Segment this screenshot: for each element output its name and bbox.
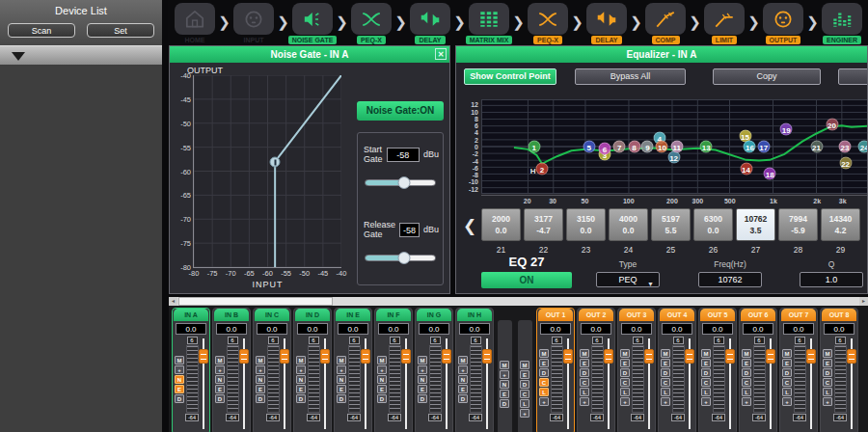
- band-on-button[interactable]: ON: [481, 272, 572, 288]
- channel-button-plus[interactable]: +: [215, 365, 225, 374]
- channel-gain-value[interactable]: 0.0: [257, 323, 287, 335]
- release-gate-value[interactable]: -58: [399, 223, 420, 237]
- channel-button-d[interactable]: D: [296, 394, 306, 403]
- show-control-point-button[interactable]: Show Control Point: [464, 68, 556, 85]
- channel-button-m[interactable]: M: [620, 349, 630, 358]
- equalizer-graph[interactable]: 12H3567894101211131514161718192120232224: [481, 99, 868, 194]
- fader-handle[interactable]: [320, 349, 330, 364]
- channel-tab-out-7[interactable]: OUT 7: [781, 309, 816, 321]
- band-cell-26[interactable]: 63000.0: [693, 208, 733, 241]
- noise-gate-power-button[interactable]: Noise Gate:ON: [357, 101, 444, 121]
- band-cell-23[interactable]: 31500.0: [566, 208, 606, 241]
- channel-tab-in-g[interactable]: IN G: [417, 309, 451, 321]
- channel-tab-in-c[interactable]: IN C: [255, 309, 289, 321]
- fader-handle[interactable]: [685, 349, 694, 364]
- band-cell-28[interactable]: 7994-5.9: [778, 208, 818, 241]
- channel-tab-in-f[interactable]: IN F: [376, 309, 411, 321]
- start-gate-value[interactable]: -58: [387, 148, 420, 162]
- freq-field[interactable]: 10762: [698, 272, 762, 287]
- eq-band-point-2[interactable]: 2H: [535, 163, 548, 176]
- set-button[interactable]: Set: [87, 23, 154, 38]
- channel-button-e[interactable]: E: [337, 385, 346, 393]
- channel-button-plus[interactable]: +: [337, 365, 346, 374]
- channel-tab-in-a[interactable]: IN A: [174, 309, 208, 321]
- channel-button-plus[interactable]: +: [296, 365, 306, 374]
- toolbar-item-output[interactable]: OUTPUT: [760, 3, 806, 44]
- channel-button-plus[interactable]: +: [458, 365, 468, 374]
- eq-band-point-18[interactable]: 18: [764, 168, 776, 180]
- channel-button-n[interactable]: N: [296, 375, 306, 384]
- close-icon[interactable]: ✕: [435, 48, 447, 60]
- channel-button-e[interactable]: E: [377, 385, 387, 393]
- channel-button-e[interactable]: E: [620, 359, 630, 367]
- channel-button-plus[interactable]: +: [377, 365, 387, 374]
- channel-button-m[interactable]: M: [500, 361, 509, 369]
- channel-button-n[interactable]: N: [256, 375, 265, 384]
- channel-button-d[interactable]: D: [175, 394, 184, 403]
- channel-gain-value[interactable]: 0.0: [540, 323, 571, 335]
- channel-button-d[interactable]: D: [661, 368, 670, 377]
- channel-gain-value[interactable]: 0.0: [297, 323, 328, 335]
- channel-button-e[interactable]: E: [661, 359, 670, 367]
- eq-band-point-8[interactable]: 8: [628, 141, 640, 153]
- eq-band-point-13[interactable]: 13: [700, 141, 713, 153]
- toolbar-item-limit[interactable]: LIMIT: [701, 3, 747, 44]
- fader-handle[interactable]: [442, 349, 451, 364]
- channel-button-m[interactable]: M: [418, 356, 427, 364]
- channel-button-e[interactable]: E: [742, 359, 751, 367]
- channel-button-n[interactable]: N: [500, 380, 509, 389]
- channel-button-d[interactable]: D: [539, 368, 549, 377]
- channel-tab-out-8[interactable]: OUT 8: [822, 309, 856, 321]
- channel-button-c[interactable]: C: [823, 378, 832, 387]
- q-field[interactable]: 1.0: [800, 272, 863, 287]
- band-scroll-left-icon[interactable]: ❮: [463, 216, 476, 236]
- fader-handle[interactable]: [725, 349, 735, 364]
- channel-button-plus[interactable]: +: [823, 397, 832, 406]
- channel-button-plus[interactable]: +: [520, 409, 529, 418]
- eq-band-point-24[interactable]: 24: [858, 141, 868, 153]
- fader-handle[interactable]: [847, 349, 856, 364]
- fader-handle[interactable]: [239, 349, 249, 364]
- channel-button-l[interactable]: L: [742, 388, 751, 396]
- channel-button-d[interactable]: D: [742, 368, 751, 377]
- eq-band-point-16[interactable]: 16: [744, 141, 756, 153]
- band-cell-25[interactable]: 51975.5: [651, 208, 691, 241]
- channel-gain-value[interactable]: 0.0: [743, 323, 773, 335]
- eq-band-point-20[interactable]: 20: [826, 118, 838, 130]
- channel-button-n[interactable]: N: [175, 375, 184, 384]
- eq-band-point-5[interactable]: 5: [583, 141, 595, 153]
- channel-button-d[interactable]: D: [418, 394, 427, 403]
- channel-button-e[interactable]: E: [701, 359, 711, 367]
- channel-button-l[interactable]: L: [661, 388, 670, 396]
- channel-button-n[interactable]: N: [458, 375, 468, 384]
- eq-band-point-9[interactable]: 9: [641, 141, 654, 153]
- release-gate-slider-handle[interactable]: [397, 252, 410, 264]
- channel-button-d[interactable]: D: [520, 380, 529, 389]
- channel-button-e[interactable]: E: [580, 359, 589, 367]
- channel-button-e[interactable]: E: [296, 385, 306, 393]
- channel-button-c[interactable]: C: [661, 378, 670, 387]
- channel-button-e[interactable]: E: [175, 385, 184, 393]
- fader-handle[interactable]: [563, 349, 573, 364]
- eq-band-point-11[interactable]: 11: [670, 141, 683, 153]
- channel-tab-out-2[interactable]: OUT 2: [579, 309, 613, 321]
- channel-tab-out-1[interactable]: OUT 1: [538, 309, 573, 321]
- eq-band-point-23[interactable]: 23: [839, 141, 852, 153]
- channel-button-c[interactable]: C: [782, 378, 792, 387]
- mixer-scrollbar-thumb[interactable]: [178, 297, 333, 306]
- channel-gain-value[interactable]: 0.0: [824, 323, 854, 335]
- toolbar-item-enginer[interactable]: ENGINER: [819, 3, 865, 44]
- channel-button-l[interactable]: L: [782, 388, 792, 396]
- channel-gain-value[interactable]: 0.0: [338, 323, 368, 335]
- channel-button-c[interactable]: C: [742, 378, 751, 387]
- channel-tab-out-4[interactable]: OUT 4: [660, 309, 694, 321]
- channel-gain-value[interactable]: 0.0: [662, 323, 692, 335]
- channel-button-d[interactable]: D: [377, 394, 387, 403]
- toolbar-item-noise-gate[interactable]: NOISE GATE: [289, 3, 336, 44]
- channel-gain-value[interactable]: 0.0: [419, 323, 449, 335]
- fader-handle[interactable]: [361, 349, 370, 364]
- channel-button-n[interactable]: N: [337, 375, 346, 384]
- channel-gain-value[interactable]: 0.0: [176, 323, 206, 335]
- channel-button-e[interactable]: E: [539, 359, 549, 367]
- channel-button-m[interactable]: M: [215, 356, 225, 364]
